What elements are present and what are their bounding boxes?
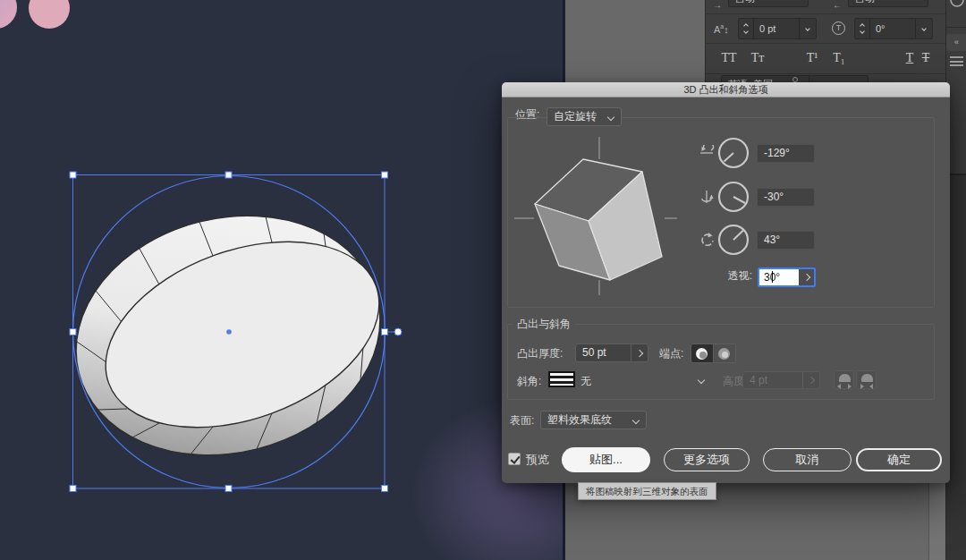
extrude-depth-value[interactable]: 50 pt: [576, 344, 631, 361]
insert-space-right-field[interactable]: 自动: [848, 0, 928, 7]
bevel-extent-out-button: [834, 370, 854, 389]
handle-mid-right[interactable]: [382, 329, 388, 335]
rotate-y-value-field[interactable]: -30°: [757, 188, 815, 207]
panel-divider: [706, 43, 945, 44]
extrude-depth-stepper-button[interactable]: [631, 344, 648, 361]
panel-divider: [706, 73, 945, 74]
cancel-button[interactable]: 取消: [763, 448, 852, 471]
all-caps-button[interactable]: TT: [717, 47, 741, 70]
extrude-depth-label: 凸出厚度:: [517, 347, 563, 361]
background-window-edge: [928, 483, 945, 560]
baseline-shift-icon: Aa↕: [714, 21, 729, 35]
map-art-button[interactable]: 贴图...: [562, 447, 650, 472]
stepper-arrows[interactable]: [855, 19, 870, 38]
handle-top-center[interactable]: [225, 172, 232, 178]
rotation-cube-preview[interactable]: [511, 127, 697, 297]
illustrator-app-window: « → 自动 ← 自动 Aa↕ 0 pt T 0° TT Tᴛ T¹ T₁ T …: [0, 0, 966, 560]
handle-top-right[interactable]: [382, 172, 388, 178]
bevel-extent-out-icon: [839, 374, 851, 382]
rotate-z-axis-icon: [699, 232, 715, 248]
subscript-button[interactable]: T₁: [830, 47, 848, 70]
ok-button[interactable]: 确定: [856, 448, 942, 471]
caps-toggle-group: [691, 344, 736, 363]
surface-label: 表面:: [510, 414, 534, 428]
position-dropdown[interactable]: 自定旋转: [547, 107, 622, 126]
insert-space-left-field[interactable]: 自动: [728, 0, 809, 7]
preview-checkbox[interactable]: [508, 453, 521, 465]
position-value: 自定旋转: [554, 110, 597, 123]
dock-divider: [946, 27, 966, 28]
insert-space-right-icon: ←: [833, 0, 842, 10]
bevel-height-combo: 4 pt: [742, 371, 820, 389]
baseline-shift-value[interactable]: 0 pt: [754, 19, 799, 38]
handle-rotate[interactable]: [394, 328, 402, 335]
perspective-label: 透视:: [716, 269, 752, 283]
rotate-z-value-field[interactable]: 43°: [757, 231, 815, 250]
rotate-x-value-field[interactable]: -129°: [757, 144, 815, 163]
tooltip: 将图稿映射到三维对象的表面: [578, 482, 716, 500]
chevron-down-icon[interactable]: [915, 19, 932, 38]
superscript-button[interactable]: T¹: [803, 47, 821, 70]
cap-hollow-button[interactable]: [714, 344, 735, 362]
small-caps-button[interactable]: Tᴛ: [746, 47, 769, 70]
tooltip-text: 将图稿映射到三维对象的表面: [586, 486, 708, 496]
character-rotation-stepper: 0°: [854, 18, 933, 39]
language-extra-field[interactable]: [809, 75, 869, 82]
artwork-layer: [0, 0, 563, 560]
character-panel: → 自动 ← 自动 Aa↕ 0 pt T 0° TT Tᴛ T¹ T₁ T T …: [705, 0, 945, 82]
bevel-extent-in-button: [856, 370, 877, 389]
rotate-z-dial[interactable]: [717, 224, 750, 256]
baseline-shift-stepper: 0 pt: [738, 18, 817, 39]
3d-disc-artwork[interactable]: [50, 184, 405, 486]
handle-bottom-right[interactable]: [382, 486, 388, 492]
surface-value: 塑料效果底纹: [547, 413, 612, 426]
cap-solid-button[interactable]: [691, 344, 714, 362]
panel-menu-icon[interactable]: [950, 56, 963, 68]
perspective-input[interactable]: 30°: [759, 269, 799, 285]
artboard-canvas[interactable]: [0, 0, 565, 560]
stepper-arrows[interactable]: [739, 19, 754, 38]
handle-bottom-center[interactable]: [225, 486, 232, 492]
handle-top-left[interactable]: [70, 172, 76, 178]
bevel-label: 斜角:: [517, 375, 541, 388]
extrude-depth-combo: 50 pt: [575, 344, 648, 362]
panel-divider: [706, 13, 945, 14]
strikethrough-button[interactable]: T: [918, 47, 934, 70]
more-options-button[interactable]: 更多选项: [664, 448, 750, 471]
text-caret: [772, 271, 773, 283]
perspective-combo: 30°: [758, 267, 816, 287]
pink-circle[interactable]: [29, 0, 70, 29]
rotate-x-dial[interactable]: [717, 137, 750, 169]
bevel-height-value: 4 pt: [743, 372, 802, 388]
extrude-bevel-legend: 凸出与斜角: [513, 318, 575, 331]
handle-mid-left[interactable]: [70, 329, 76, 335]
preview-label: 预览: [526, 453, 549, 466]
insert-space-left-icon: →: [713, 0, 722, 10]
partial-panel-icon: [948, 0, 966, 9]
handle-bottom-left[interactable]: [70, 486, 76, 492]
pink-circle-left[interactable]: [0, 0, 17, 29]
character-rotation-icon: T: [832, 21, 845, 35]
rotate-y-dial[interactable]: [717, 181, 750, 213]
underline-button[interactable]: T: [902, 47, 918, 70]
surface-dropdown[interactable]: 塑料效果底纹: [540, 411, 647, 429]
bevel-height-stepper-button: [802, 372, 819, 388]
caps-label: 端点:: [659, 347, 683, 361]
selection-center-point[interactable]: [226, 329, 232, 335]
bevel-value[interactable]: 无: [580, 375, 591, 388]
bevel-preview-swatch[interactable]: [548, 371, 575, 387]
rotate-x-axis-icon: [699, 145, 715, 161]
character-rotation-value[interactable]: 0°: [870, 19, 915, 38]
chevron-down-icon[interactable]: [799, 19, 816, 38]
rotate-y-axis-icon: [699, 189, 715, 205]
3d-extrude-bevel-dialog: 3D 凸出和斜角选项 位置: 自定旋转: [502, 82, 950, 483]
collapse-panel-icon[interactable]: «: [946, 34, 966, 51]
dialog-title[interactable]: 3D 凸出和斜角选项: [502, 82, 950, 98]
bevel-extent-in-icon: [861, 374, 873, 382]
perspective-stepper-button[interactable]: [799, 269, 814, 285]
